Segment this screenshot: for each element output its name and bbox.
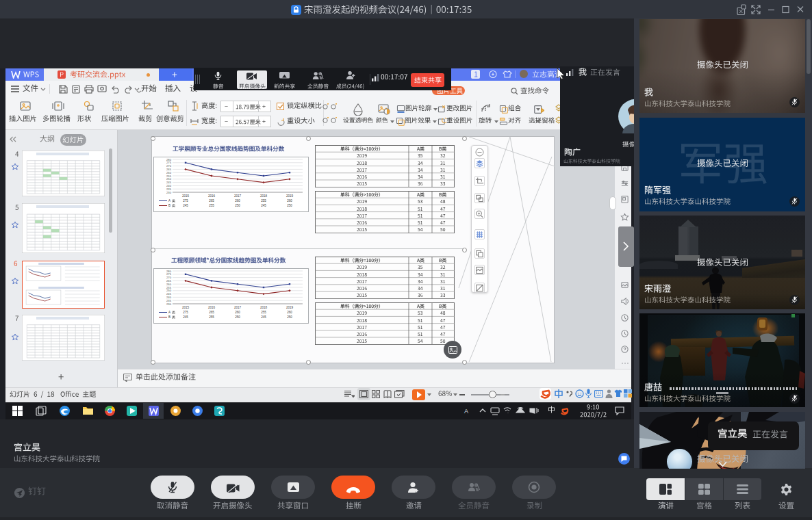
svg-text:2019: 2019 (286, 194, 294, 198)
svg-text:245: 245 (183, 204, 188, 207)
svg-text:260: 260 (287, 311, 292, 314)
svg-text:265: 265 (209, 311, 214, 314)
svg-text:260: 260 (235, 199, 240, 203)
svg-text:2016: 2016 (208, 194, 216, 198)
svg-text:255: 255 (209, 315, 214, 319)
svg-text:2015: 2015 (182, 194, 190, 198)
svg-text:2017: 2017 (234, 306, 242, 309)
svg-text:275: 275 (183, 199, 188, 203)
svg-text:265: 265 (209, 199, 214, 203)
svg-text:255: 255 (261, 311, 266, 314)
svg-text:275: 275 (183, 311, 188, 314)
svg-text:245: 245 (261, 315, 266, 319)
svg-text:A: A (464, 408, 468, 415)
svg-text:2018: 2018 (260, 194, 268, 198)
svg-text:2016: 2016 (208, 306, 216, 309)
svg-text:260: 260 (287, 199, 292, 203)
svg-text:B: B (168, 315, 170, 319)
svg-text:230: 230 (166, 302, 172, 306)
svg-text:B: B (168, 204, 170, 207)
svg-text:2017: 2017 (234, 194, 242, 198)
svg-text:255: 255 (209, 204, 214, 207)
svg-text:245: 245 (261, 204, 266, 207)
svg-text:2018: 2018 (260, 306, 268, 309)
svg-text:245: 245 (183, 315, 188, 319)
svg-text:260: 260 (235, 311, 240, 314)
svg-text:250: 250 (235, 204, 240, 207)
svg-text:2015: 2015 (182, 306, 190, 309)
svg-text:250: 250 (235, 315, 240, 319)
svg-text:255: 255 (261, 199, 266, 203)
svg-text:2019: 2019 (286, 306, 294, 309)
svg-text:250: 250 (287, 204, 292, 207)
svg-text:250: 250 (287, 315, 292, 319)
svg-text:230: 230 (166, 191, 172, 194)
